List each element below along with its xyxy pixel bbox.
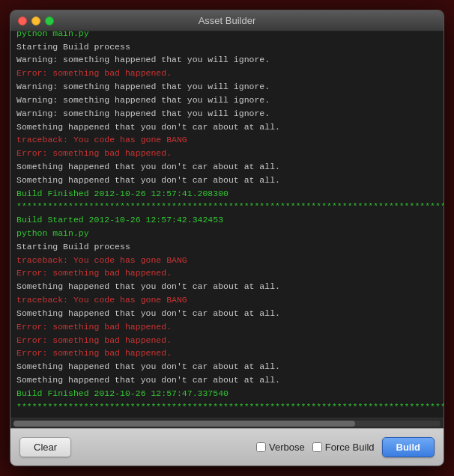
- log-line: Error: something bad happened.: [16, 347, 438, 360]
- log-line: Build Finished 2012-10-26 12:57:41.20830…: [16, 187, 438, 201]
- verbose-checkbox-group: Verbose: [256, 442, 305, 453]
- scrollbar-thumb: [13, 421, 355, 427]
- log-line: Error: something bad happened.: [16, 67, 438, 80]
- log-line: Something happened that you don't car ab…: [16, 373, 438, 387]
- bottom-bar: Clear Verbose Force Build Build: [10, 428, 444, 466]
- log-line: python main.py: [16, 227, 438, 240]
- log-line: Error: something bad happened.: [16, 147, 438, 160]
- log-line: Warning: something happened that you wil…: [16, 107, 438, 120]
- log-line: ****************************************…: [16, 400, 438, 414]
- log-line: Warning: something happened that you wil…: [16, 80, 438, 94]
- log-line: Starting Build process: [16, 40, 438, 54]
- log-line: Warning: something happened that you wil…: [16, 94, 438, 107]
- clear-button[interactable]: Clear: [19, 437, 71, 457]
- log-line: Something happened that you don't car ab…: [16, 160, 438, 174]
- horizontal-scrollbar-area: [10, 418, 444, 428]
- force-build-label: Force Build: [325, 442, 375, 453]
- traffic-lights: [18, 16, 54, 25]
- log-line: traceback: You code has gone BANG: [16, 254, 438, 267]
- log-output[interactable]: Build Started 2012-10-26 12:57:35.401179…: [10, 31, 444, 418]
- log-line: Build Finished 2012-10-26 12:57:47.33754…: [16, 387, 438, 400]
- minimize-button[interactable]: [31, 16, 40, 25]
- verbose-checkbox[interactable]: [256, 442, 266, 452]
- log-line: traceback: You code has gone BANG: [16, 133, 438, 147]
- force-build-checkbox-group: Force Build: [312, 442, 375, 453]
- log-line: Something happened that you don't car ab…: [16, 280, 438, 293]
- log-line: Build Started 2012-10-26 12:57:42.342453: [16, 213, 438, 227]
- log-line: Warning: something happened that you wil…: [16, 53, 438, 67]
- log-line: ****************************************…: [16, 200, 438, 213]
- log-line: python main.py: [16, 31, 438, 40]
- log-line: traceback: You code has gone BANG: [16, 293, 438, 307]
- log-line: Something happened that you don't car ab…: [16, 307, 438, 320]
- log-line: Something happened that you don't car ab…: [16, 174, 438, 187]
- verbose-label: Verbose: [269, 442, 305, 453]
- horizontal-scrollbar[interactable]: [13, 421, 441, 427]
- log-line: Something happened that you don't car ab…: [16, 360, 438, 373]
- build-button[interactable]: Build: [382, 437, 435, 457]
- log-line: Error: something bad happened.: [16, 320, 438, 334]
- log-line: Something happened that you don't car ab…: [16, 120, 438, 134]
- main-window: Asset Builder Build Started 2012-10-26 1…: [10, 10, 444, 466]
- title-bar: Asset Builder: [10, 10, 444, 31]
- maximize-button[interactable]: [45, 16, 54, 25]
- window-title: Asset Builder: [199, 15, 256, 26]
- log-line: Error: something bad happened.: [16, 266, 438, 280]
- log-line: Error: something bad happened.: [16, 334, 438, 347]
- close-button[interactable]: [18, 16, 27, 25]
- force-build-checkbox[interactable]: [312, 442, 322, 452]
- log-line: Starting Build process: [16, 240, 438, 254]
